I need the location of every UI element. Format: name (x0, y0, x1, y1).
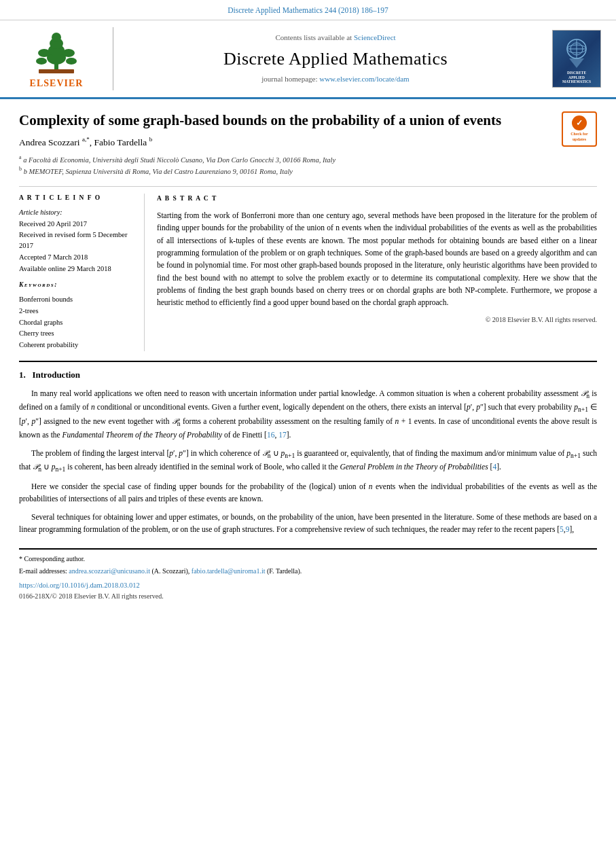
received-date: Received 20 April 2017 (19, 219, 134, 230)
article-info-column: A R T I C L E I N F O Article history: R… (19, 194, 145, 351)
affiliations: a a Facoltà di Economia, Università degl… (19, 154, 597, 177)
header-center: Contents lists available at ScienceDirec… (122, 27, 549, 90)
footnote-corresponding: * Corresponding author. (19, 554, 597, 564)
footnote-emails: E-mail addresses: andrea.scozzari@unicus… (19, 566, 597, 576)
intro-section-title: 1. Introduction (19, 369, 597, 382)
revised-date: Received in revised form 5 December 2017 (19, 230, 134, 251)
top-bar: Discrete Applied Mathematics 244 (2018) … (0, 0, 616, 20)
contents-line: Contents lists available at ScienceDirec… (275, 33, 395, 43)
svg-point-5 (52, 33, 61, 42)
copyright-line: © 2018 Elsevier B.V. All rights reserved… (157, 315, 597, 325)
intro-para2: The problem of finding the largest inter… (19, 447, 597, 475)
intro-para1: In many real world applications we often… (19, 387, 597, 442)
history-label: Article history: (19, 207, 134, 218)
email-tardella[interactable]: fabio.tardella@uniroma1.it (192, 567, 266, 575)
svg-point-7 (62, 49, 75, 57)
abstract-title: A B S T R A C T (157, 194, 597, 204)
article-title: Complexity of some graph-based bounds on… (19, 111, 597, 130)
online-date: Available online 29 March 2018 (19, 264, 134, 274)
keyword-bonferroni: Bonferroni bounds (19, 294, 134, 305)
two-column-area: A R T I C L E I N F O Article history: R… (19, 194, 597, 351)
journal-title: Discrete Applied Mathematics (223, 46, 448, 72)
check-updates-icon: ✓ (572, 115, 587, 130)
header-divider (19, 186, 597, 187)
elsevier-label: ELSEVIER (30, 77, 84, 90)
check-updates-badge: ✓ Check for updates (562, 111, 597, 147)
cover-title: DISCRETEAPPLIEDMATHEMATICS (562, 71, 591, 84)
intro-para4: Several techniques for obtaining lower a… (19, 511, 597, 536)
homepage-link[interactable]: www.elsevier.com/locate/dam (319, 75, 409, 83)
accepted-date: Accepted 7 March 2018 (19, 252, 134, 263)
journal-cover-image: DISCRETEAPPLIEDMATHEMATICS (552, 30, 601, 88)
elsevier-tree-icon (29, 27, 84, 75)
authors-line: Andrea Scozzari a,*, Fabio Tardella b (19, 135, 597, 149)
doi-link[interactable]: https://doi.org/10.1016/j.dam.2018.03.01… (19, 580, 597, 590)
keyword-coherent: Coherent probability (19, 340, 134, 351)
keyword-2trees: 2-trees (19, 306, 134, 317)
svg-point-6 (38, 49, 50, 57)
elsevier-logo: ELSEVIER (29, 27, 84, 90)
section-num: 1. (19, 370, 26, 380)
article-info-title: A R T I C L E I N F O (19, 194, 134, 203)
keywords-label: Keywords: (19, 281, 134, 290)
cover-graphic-icon (556, 37, 598, 71)
svg-point-8 (36, 58, 47, 65)
keyword-chordal: Chordal graphs (19, 317, 134, 328)
intro-para3: Here we consider the special case of fin… (19, 480, 597, 505)
abstract-text: Starting from the work of Bonferroni mor… (157, 209, 597, 309)
sciencedirect-link[interactable]: ScienceDirect (354, 33, 396, 41)
issn-line: 0166-218X/© 2018 Elsevier B.V. All right… (19, 592, 597, 602)
keyword-cherry: Cherry trees (19, 328, 134, 339)
svg-point-9 (66, 58, 77, 65)
svg-marker-16 (569, 58, 584, 68)
svg-rect-10 (39, 69, 74, 73)
section-heading: Introduction (33, 370, 81, 380)
keywords-section: Keywords: Bonferroni bounds 2-trees Chor… (19, 281, 134, 351)
article-area: Complexity of some graph-based bounds on… (0, 99, 616, 608)
section-divider (19, 361, 597, 362)
journal-header: ELSEVIER Contents lists available at Sci… (0, 20, 616, 99)
page: Discrete Applied Mathematics 244 (2018) … (0, 0, 616, 841)
journal-homepage: journal homepage: www.elsevier.com/locat… (261, 74, 409, 85)
abstract-column: A B S T R A C T Starting from the work o… (157, 194, 597, 351)
footnote-area: * Corresponding author. E-mail addresses… (19, 548, 597, 602)
elsevier-logo-area: ELSEVIER (8, 27, 113, 90)
journal-cover-area: DISCRETEAPPLIEDMATHEMATICS (549, 27, 604, 90)
journal-citation-link[interactable]: Discrete Applied Mathematics 244 (2018) … (228, 6, 388, 14)
email-scozzari[interactable]: andrea.scozzari@unicusano.it (69, 567, 150, 575)
